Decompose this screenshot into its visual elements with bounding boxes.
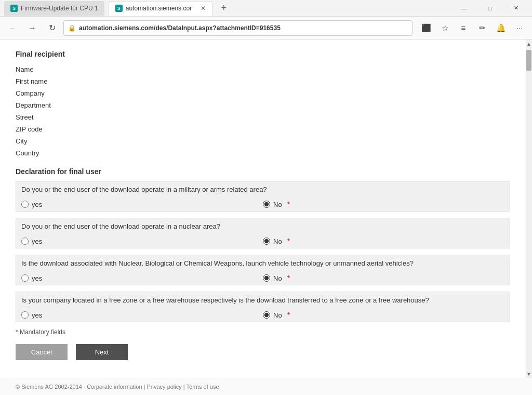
- question-text-1: Do you or the end user of the download o…: [16, 181, 510, 198]
- field-company: Company: [16, 87, 510, 99]
- scroll-up-arrow[interactable]: ▲: [526, 40, 532, 48]
- radio-no-2[interactable]: No *: [263, 237, 504, 245]
- field-department: Department: [16, 99, 510, 111]
- radio-yes-4[interactable]: yes: [21, 311, 263, 319]
- section-recipient-title: Final recipient: [16, 50, 510, 58]
- tab2-favicon: S: [115, 5, 123, 12]
- scroll-track[interactable]: [526, 48, 532, 370]
- radio-yes-3[interactable]: yes: [21, 274, 263, 282]
- radio-yes-input-3[interactable]: [21, 274, 29, 282]
- radio-yes-1[interactable]: yes: [21, 201, 263, 208]
- required-star-3: *: [287, 274, 290, 282]
- required-star-2: *: [287, 237, 290, 245]
- address-url: automation.siemens.com/des/DataInput.asp…: [79, 24, 281, 32]
- question-block-4: Is your company located in a free zone o…: [16, 292, 510, 322]
- radio-yes-label-4: yes: [32, 311, 42, 319]
- footer: © Siemens AG 2002-2014 · Corporate infor…: [0, 378, 532, 395]
- window-controls: — □ ✕: [452, 1, 528, 16]
- refresh-button[interactable]: ↻: [44, 20, 60, 36]
- question-block-3: Is the download associated with Nuclear,…: [16, 255, 510, 285]
- back-button[interactable]: ←: [4, 20, 21, 36]
- menu-button[interactable]: ≡: [455, 20, 472, 36]
- question-block-1: Do you or the end user of the download o…: [16, 181, 510, 212]
- button-row: Cancel Next: [16, 344, 510, 360]
- required-star-4: *: [287, 311, 290, 319]
- radio-no-3[interactable]: No *: [263, 274, 504, 282]
- radio-no-input-2[interactable]: [263, 238, 270, 245]
- forward-button[interactable]: →: [24, 20, 41, 36]
- nav-bar: ← → ↻ 🔒 automation.siemens.com/des/DataI…: [0, 17, 532, 40]
- field-zipcode: ZIP code: [16, 123, 510, 135]
- field-firstname: First name: [16, 75, 510, 87]
- favorites-button[interactable]: ☆: [436, 20, 453, 36]
- radio-no-label-4: No: [273, 311, 282, 319]
- new-tab-button[interactable]: +: [217, 1, 231, 16]
- lock-icon: 🔒: [68, 24, 76, 32]
- question-text-4: Is your company located in a free zone o…: [16, 292, 510, 308]
- address-domain: siemens.com: [114, 24, 154, 32]
- reading-view-button[interactable]: ⬛: [418, 20, 434, 36]
- minimize-button[interactable]: —: [452, 1, 476, 16]
- radio-yes-label-3: yes: [32, 274, 42, 282]
- radio-yes-2[interactable]: yes: [21, 238, 263, 245]
- tab-firmware[interactable]: S Firmware-Update für CPU 1: [4, 1, 104, 16]
- address-path: /des/DataInput.aspx?attachmentID=916535: [154, 24, 281, 32]
- tab-siemens[interactable]: S automation.siemens.cor ✕: [109, 1, 212, 16]
- radio-row-4: yes No *: [16, 308, 510, 322]
- tab1-favicon: S: [10, 5, 18, 12]
- field-country: Country: [16, 147, 510, 159]
- radio-no-4[interactable]: No *: [263, 311, 504, 319]
- radio-yes-label-2: yes: [32, 238, 42, 245]
- scroll-thumb[interactable]: [526, 50, 531, 71]
- declaration-section: Declaration for final user Do you or the…: [16, 167, 510, 322]
- radio-no-label-2: No: [273, 238, 282, 245]
- question-block-2: Do you or the end user of the download o…: [16, 218, 510, 248]
- required-star-1: *: [287, 200, 290, 208]
- more-button[interactable]: ···: [511, 20, 528, 36]
- nav-tools: ⬛ ☆ ≡ ✏ 🔔 ···: [418, 20, 528, 36]
- footer-privacy-link[interactable]: Privacy policy: [147, 384, 182, 390]
- title-bar: S Firmware-Update für CPU 1 S automation…: [0, 0, 532, 17]
- mandatory-note: * Mandatory fields: [16, 328, 510, 336]
- question-text-2: Do you or the end user of the download o…: [16, 218, 510, 234]
- radio-yes-input-4[interactable]: [21, 311, 29, 319]
- radio-row-2: yes No *: [16, 234, 510, 248]
- radio-no-label-3: No: [273, 274, 282, 282]
- restore-button[interactable]: □: [478, 1, 502, 16]
- radio-no-input-3[interactable]: [263, 274, 270, 282]
- notifications-button[interactable]: 🔔: [493, 20, 509, 36]
- field-street: Street: [16, 111, 510, 123]
- scroll-down-arrow[interactable]: ▼: [526, 370, 532, 378]
- notes-button[interactable]: ✏: [474, 20, 490, 36]
- tab2-label: automation.siemens.cor: [126, 5, 192, 12]
- tab2-close-icon[interactable]: ✕: [201, 5, 206, 12]
- scrollbar[interactable]: ▲ ▼: [526, 40, 532, 378]
- footer-corporate-link[interactable]: Corporate information: [87, 384, 142, 390]
- section-declaration-title: Declaration for final user: [16, 167, 510, 176]
- radio-no-input-1[interactable]: [263, 201, 270, 208]
- radio-yes-input-2[interactable]: [21, 238, 29, 245]
- next-button[interactable]: Next: [76, 344, 128, 360]
- main-area: Final recipient Name First name Company …: [0, 40, 526, 378]
- footer-terms-link[interactable]: Terms of use: [187, 384, 219, 390]
- address-bar[interactable]: 🔒 automation.siemens.com/des/DataInput.a…: [63, 20, 413, 36]
- fields-list: Name First name Company Department Stree…: [16, 63, 510, 159]
- close-button[interactable]: ✕: [504, 1, 528, 16]
- field-city: City: [16, 135, 510, 147]
- radio-no-input-4[interactable]: [263, 311, 270, 319]
- radio-no-label-1: No: [273, 201, 282, 208]
- footer-text: © Siemens AG 2002-2014 · Corporate infor…: [16, 384, 219, 390]
- cancel-button[interactable]: Cancel: [16, 344, 68, 360]
- radio-yes-input-1[interactable]: [21, 201, 29, 208]
- field-name: Name: [16, 63, 510, 75]
- radio-row-3: yes No *: [16, 271, 510, 285]
- question-text-3: Is the download associated with Nuclear,…: [16, 255, 510, 271]
- tab1-label: Firmware-Update für CPU 1: [21, 5, 98, 12]
- address-prefix: automation.: [79, 24, 114, 32]
- radio-no-1[interactable]: No *: [263, 200, 504, 208]
- radio-yes-label-1: yes: [32, 201, 42, 208]
- radio-row-1: yes No *: [16, 198, 510, 211]
